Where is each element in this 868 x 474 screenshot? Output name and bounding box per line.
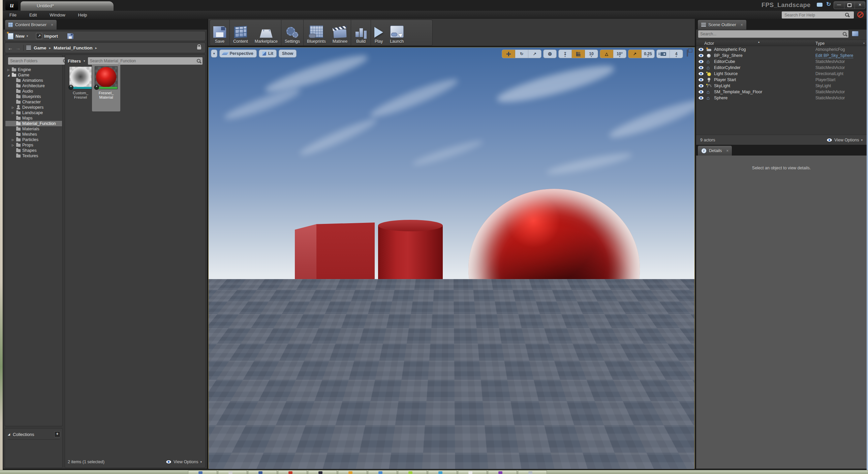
taskbar-item[interactable] xyxy=(248,470,277,474)
expander-icon[interactable]: ◢ xyxy=(7,74,11,77)
taskbar-item[interactable] xyxy=(428,470,457,474)
rotation-snap-toggle[interactable]: △ xyxy=(600,50,613,58)
outliner-options-icon[interactable] xyxy=(852,31,859,36)
sphere-mesh[interactable] xyxy=(468,189,640,349)
folder-maps[interactable]: Maps xyxy=(5,115,62,121)
actor-type[interactable]: AtmosphericFog xyxy=(815,47,845,52)
perspective-button[interactable]: Perspective xyxy=(219,49,257,58)
settings-button[interactable]: Settings ▾ xyxy=(281,20,304,45)
menu-file[interactable]: File xyxy=(7,12,19,18)
actor-type[interactable]: DirectionalLight xyxy=(815,71,843,76)
visibility-eye-icon[interactable] xyxy=(698,72,704,76)
show-button[interactable]: Show xyxy=(279,49,297,58)
expander-icon[interactable]: ▷ xyxy=(12,138,16,141)
forward-arrow-icon[interactable]: → xyxy=(16,45,21,51)
taskbar-item[interactable] xyxy=(188,470,217,474)
actor-type[interactable]: StaticMeshActor xyxy=(815,59,845,64)
close-tab-icon[interactable]: × xyxy=(741,23,743,27)
column-actor[interactable]: Actor xyxy=(704,41,714,46)
launch-button[interactable]: Launch ▾ xyxy=(386,20,407,45)
visibility-eye-icon[interactable] xyxy=(698,78,704,82)
taskbar-item[interactable] xyxy=(218,470,247,474)
matinee-button[interactable]: Matinee ▾ xyxy=(329,20,351,45)
add-collection-button[interactable]: + xyxy=(54,431,60,437)
expander-icon[interactable]: ▷ xyxy=(12,106,16,109)
menu-window[interactable]: Window xyxy=(48,12,67,18)
camera-speed-button[interactable] xyxy=(657,50,670,58)
grid-snap-toggle[interactable] xyxy=(572,50,585,58)
view-options-button[interactable]: View Options ▾ xyxy=(166,460,202,464)
actor-type[interactable]: SkyLight xyxy=(815,83,831,88)
blueprints-button[interactable]: Blueprints ▾ xyxy=(304,20,329,45)
outliner-row-skylight[interactable]: SkyLight SkyLight xyxy=(696,83,867,89)
outliner-row-atmospheric-fog[interactable]: Atmospheric Fog AtmosphericFog xyxy=(696,46,867,53)
folder-character[interactable]: Character xyxy=(5,99,62,105)
new-button[interactable]: New xyxy=(16,34,25,39)
folder-meshes[interactable]: Meshes xyxy=(5,132,62,137)
asset-fresnel-material[interactable]: * Fresnel_ Material xyxy=(95,66,118,100)
refresh-swirl-icon[interactable]: ↻ xyxy=(826,1,831,8)
folder-developers[interactable]: ▷ Developers xyxy=(5,105,62,110)
folder-particles[interactable]: ▷ Particles xyxy=(5,137,62,142)
folder-materials[interactable]: Materials xyxy=(5,126,62,132)
search-folders-input[interactable] xyxy=(8,58,63,64)
visibility-eye-icon[interactable] xyxy=(698,84,704,88)
chevron-down-icon[interactable]: ▾ xyxy=(84,59,85,63)
outliner-column-header[interactable]: Actor ▴ Type ▾ xyxy=(696,40,867,46)
chevron-down-icon[interactable]: ▾ xyxy=(27,34,28,38)
scale-snap-value[interactable]: 0.25▾ xyxy=(642,50,654,58)
visibility-eye-icon[interactable] xyxy=(698,66,704,70)
tab-content-browser[interactable]: Content Browser × xyxy=(5,20,57,30)
close-tab-icon[interactable]: × xyxy=(51,23,53,27)
outliner-row-editorcylinder[interactable]: EditorCylinder StaticMeshActor xyxy=(696,65,867,71)
folder-engine[interactable]: ▷ Engine xyxy=(5,67,62,72)
actor-type[interactable]: StaticMeshActor xyxy=(815,96,845,100)
surface-snap-button[interactable]: ↧▾ xyxy=(559,50,572,58)
visibility-eye-icon[interactable] xyxy=(698,60,704,64)
taskbar-item[interactable] xyxy=(368,470,397,474)
outliner-search-input[interactable] xyxy=(698,31,843,37)
folder-architecture[interactable]: Architecture xyxy=(5,83,62,89)
save-all-icon[interactable] xyxy=(67,33,73,39)
tab-details[interactable]: i Details × xyxy=(698,145,732,156)
menu-help[interactable]: Help xyxy=(76,12,89,18)
level-indicator[interactable]: Level: Untitled (Persistent) xyxy=(642,463,691,468)
expander-icon[interactable]: ▷ xyxy=(7,68,11,71)
search-assets-input[interactable] xyxy=(88,58,197,64)
world-space-button[interactable]: ⊕ xyxy=(544,50,556,58)
close-button[interactable]: × xyxy=(855,2,865,9)
folder-props[interactable]: ▷ Props xyxy=(5,142,62,148)
visibility-eye-icon[interactable] xyxy=(698,54,704,58)
taskbar-item[interactable] xyxy=(488,470,517,474)
collapse-arrow-icon[interactable]: ◢ xyxy=(8,433,10,436)
panel-divider[interactable] xyxy=(207,19,208,469)
folder-blueprints[interactable]: Blueprints xyxy=(5,94,62,99)
tab-scene-outliner[interactable]: Scene Outliner × xyxy=(698,20,747,30)
build-button[interactable]: Build ▾ xyxy=(351,20,371,45)
import-button[interactable]: Import xyxy=(44,34,58,39)
outliner-row-editorcube[interactable]: EditorCube StaticMeshActor xyxy=(696,59,867,65)
close-tab-icon[interactable]: × xyxy=(726,148,728,153)
asset-thumbnail[interactable]: * xyxy=(69,66,92,89)
taskbar-item[interactable] xyxy=(308,470,337,474)
folder-textures[interactable]: Textures xyxy=(5,153,62,159)
lock-icon[interactable] xyxy=(197,46,201,49)
folder-audio[interactable]: Audio xyxy=(5,89,62,94)
content-button[interactable]: Content ▾ xyxy=(230,20,251,45)
taskbar-item[interactable] xyxy=(398,470,427,474)
taskbar-item[interactable] xyxy=(458,470,487,474)
feedback-bubble-icon[interactable] xyxy=(817,3,823,7)
asset-custom-fresnel[interactable]: * Custom_ Fresnel xyxy=(69,66,92,100)
minimize-button[interactable]: — xyxy=(834,2,844,9)
visibility-eye-icon[interactable] xyxy=(698,90,704,94)
actor-type[interactable]: StaticMeshActor xyxy=(815,65,845,70)
filters-button[interactable]: Filters xyxy=(68,59,81,64)
rotation-snap-value[interactable]: 10°▾ xyxy=(613,50,626,58)
document-tab[interactable]: Untitled* xyxy=(20,1,114,11)
visibility-eye-icon[interactable] xyxy=(698,47,704,52)
scale-snap-toggle[interactable]: ↗ xyxy=(628,50,642,58)
viewport[interactable]: ▾ Perspective Lit Show ↻ ↗ ⊕ ↧▾ 10▾ △ 10… xyxy=(208,47,695,469)
camera-speed-value[interactable]: 4▾ xyxy=(670,50,683,58)
column-type[interactable]: Type xyxy=(815,41,825,46)
taskbar-item[interactable] xyxy=(278,470,307,474)
